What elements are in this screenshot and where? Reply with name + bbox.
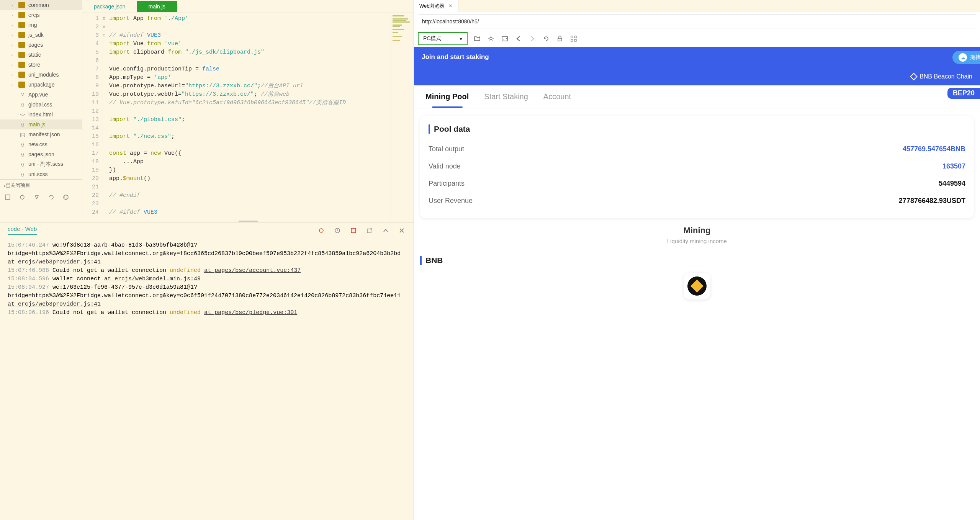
svg-rect-13 — [571, 36, 573, 38]
forward-icon[interactable] — [528, 34, 537, 43]
svg-rect-14 — [574, 36, 576, 38]
folder-ercjs[interactable]: ›ercjs — [0, 10, 82, 20]
svg-rect-9 — [367, 229, 371, 233]
log-link[interactable]: at ercjs/web3model.min.js:49 — [104, 276, 201, 282]
file-icon: {} — [20, 101, 25, 108]
folder-pages[interactable]: ›pages — [0, 40, 82, 50]
line-numbers: 123456789101112131415161718192021222324 — [82, 13, 103, 222]
back-icon[interactable] — [514, 34, 523, 43]
file-pages.json[interactable]: {}pages.json — [0, 149, 82, 159]
chevron-right-icon: › — [11, 13, 17, 17]
file-App.vue[interactable]: VApp.vue — [0, 90, 82, 100]
file-main.js[interactable]: {}main.js — [0, 119, 82, 129]
chevron-right-icon: › — [11, 3, 17, 7]
log-link[interactable]: at pages/bsc/account.vue:437 — [204, 267, 301, 274]
file-uni.scss[interactable]: {}uni.scss — [0, 169, 82, 179]
console-tab[interactable]: code - Web — [8, 226, 37, 235]
console-output[interactable]: 15:07:46.247 wc:9f3d8c18-aa7b-4bac-81d3-… — [0, 238, 414, 520]
browser-tab-title: Web浏览器 — [419, 3, 445, 10]
folder-img[interactable]: ›img — [0, 20, 82, 30]
chevron-right-icon: › — [11, 33, 17, 37]
folder-icon — [18, 32, 25, 38]
banner-title: Join and start staking — [422, 53, 972, 61]
file-manifest.json[interactable]: [□]manifest.json — [0, 129, 82, 139]
closed-projects-section[interactable]: › 已关闭项目 — [0, 179, 82, 191]
code-area[interactable]: 123456789101112131415161718192021222324 … — [82, 13, 414, 222]
file-uni - 副本.scss[interactable]: {}uni - 副本.scss — [0, 159, 82, 169]
chevron-right-icon: › — [11, 73, 17, 77]
preview-viewport[interactable]: Join and start staking BNB Beacon Chain … — [414, 47, 980, 520]
chevron-up-icon[interactable] — [381, 226, 390, 235]
grid-icon[interactable] — [569, 34, 578, 43]
stop-icon[interactable] — [349, 226, 358, 235]
open-folder-icon[interactable] — [473, 34, 481, 43]
tab-close-icon[interactable]: ✕ — [448, 3, 453, 9]
folder-icon — [18, 42, 25, 48]
close-icon[interactable] — [398, 226, 406, 235]
folder-icon — [18, 82, 25, 88]
code-editor: package.jsonmain.js 12345678910111213141… — [82, 0, 414, 222]
lock-icon[interactable] — [556, 34, 564, 43]
data-row: Participants5449594 — [429, 175, 965, 192]
fold-column[interactable]: ⊟⊟⊟ — [103, 13, 109, 222]
globe-icon[interactable] — [62, 193, 70, 201]
folder-icon — [18, 22, 25, 28]
editor-tab-package.json[interactable]: package.json — [82, 1, 137, 12]
code-content[interactable]: import App from './App' // #ifndef VUE3i… — [109, 13, 391, 222]
folder-icon — [18, 2, 25, 8]
file-new.css[interactable]: {}new.css — [0, 139, 82, 149]
svg-rect-16 — [574, 39, 576, 41]
export-icon[interactable] — [365, 226, 374, 235]
editor-tab-main.js[interactable]: main.js — [137, 1, 177, 12]
bnb-logo — [684, 273, 710, 299]
tab-start-staking[interactable]: Start Staking — [480, 85, 532, 108]
mining-subtitle: Liquidity mining income — [414, 238, 980, 244]
sidebar-bottom-toolbar — [0, 191, 82, 203]
cloud-icon: ☁ — [959, 53, 967, 62]
file-icon: {} — [20, 151, 25, 157]
devtools-icon[interactable] — [501, 34, 509, 43]
svg-point-6 — [319, 229, 323, 232]
dropdown-icon: ▾ — [460, 36, 462, 42]
chain-label: BNB Beacon Chain — [911, 73, 972, 80]
log-link[interactable]: at pages/bsc/pledge.vue:301 — [204, 309, 297, 316]
folder-common[interactable]: ›common — [0, 0, 82, 10]
folder-uni_modules[interactable]: ›uni_modules — [0, 70, 82, 80]
folder-static[interactable]: ›static — [0, 50, 82, 60]
file-explorer[interactable]: ›common›ercjs›img›js_sdk›pages›static›st… — [0, 0, 82, 222]
history-icon[interactable] — [333, 226, 342, 235]
svg-rect-12 — [558, 38, 562, 41]
minimap[interactable] — [391, 13, 414, 222]
folder-store[interactable]: ›store — [0, 60, 82, 70]
sync-icon[interactable] — [4, 193, 11, 201]
chevron-right-icon: › — [11, 83, 17, 87]
log-link[interactable]: at ercjs/web3provider.js:41 — [8, 301, 101, 307]
bug-small-icon[interactable] — [317, 226, 326, 235]
log-entry: 15:08:04.596 wallet connect at ercjs/web… — [8, 275, 406, 283]
debug-icon[interactable] — [33, 193, 41, 201]
folder-unpackage[interactable]: ›unpackage — [0, 80, 82, 90]
device-mode-select[interactable]: PC模式 ▾ — [418, 32, 468, 45]
data-row: Total output457769.547654BNB — [429, 141, 965, 158]
log-entry: 15:08:04.927 wc:1763e125-fc96-4377-957c-… — [8, 283, 406, 309]
resize-handle[interactable] — [239, 221, 258, 222]
chevron-right-icon: › — [11, 23, 17, 27]
folder-icon — [18, 52, 25, 58]
chevron-right-icon: › — [11, 63, 17, 67]
folder-icon — [18, 12, 25, 18]
bug-icon[interactable] — [18, 193, 26, 201]
file-index.html[interactable]: <>index.html — [0, 110, 82, 119]
url-bar[interactable]: http://localhost:8080/h5/ — [418, 15, 976, 28]
tab-mining-pool[interactable]: Mining Pool — [422, 85, 473, 108]
file-global.css[interactable]: {}global.css — [0, 100, 82, 110]
folder-js_sdk[interactable]: ›js_sdk — [0, 30, 82, 40]
tab-account[interactable]: Account — [540, 85, 575, 108]
reload-icon[interactable] — [542, 34, 550, 43]
settings-icon[interactable] — [487, 34, 495, 43]
log-link[interactable]: at ercjs/web3provider.js:41 — [8, 259, 101, 265]
svg-point-10 — [490, 38, 492, 40]
float-upload-badge[interactable]: ☁ 拖拽至此上 — [952, 51, 980, 64]
bep20-badge: BEP20 — [947, 88, 980, 99]
browser-tab[interactable]: Web浏览器 ✕ — [414, 0, 458, 12]
refresh-icon[interactable] — [47, 193, 55, 201]
